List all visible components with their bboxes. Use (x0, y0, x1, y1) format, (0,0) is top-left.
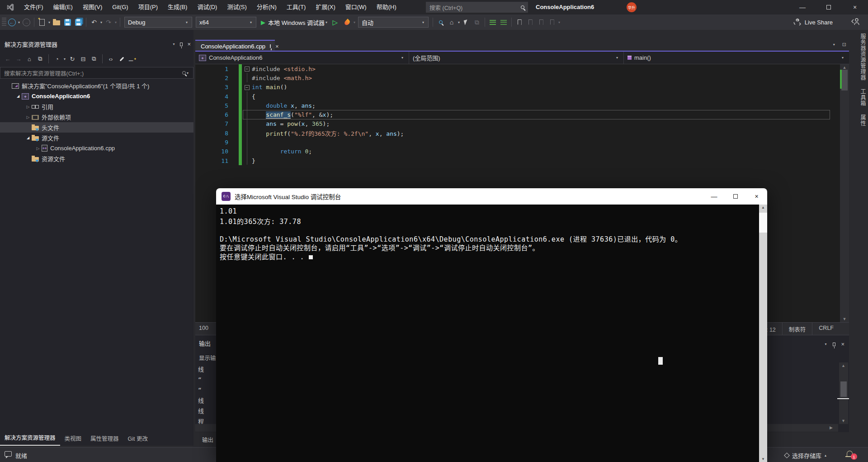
menu-item-p[interactable]: 项目(P) (133, 4, 163, 10)
tree-item[interactable]: 解决方案"ConsoleApplication6"(1 个项目/共 1 个) (0, 81, 193, 91)
share-person-icon[interactable] (851, 18, 860, 26)
se-home-icon[interactable]: ⌂ (24, 54, 34, 64)
uncomment-lines-icon[interactable] (498, 17, 509, 28)
line-ending-indicator[interactable]: CRLF (812, 323, 840, 335)
output-scroll-down-icon[interactable]: ▼ (841, 419, 845, 423)
tab-Git 更改[interactable]: Git 更改 (123, 432, 152, 446)
account-avatar[interactable]: 华升 (627, 2, 637, 12)
tab-类视图[interactable]: 类视图 (60, 432, 86, 446)
panel-close-icon[interactable]: × (187, 41, 191, 48)
editor-zoom-level[interactable]: 100 (199, 325, 208, 331)
solution-explorer-search-box[interactable]: 搜索解决方案资源管理器(Ctrl+;) ▾ (0, 67, 193, 79)
document-list-dropdown-icon[interactable]: ▾ (832, 43, 836, 47)
tab-服务器资源管理器[interactable]: 服务器资源管理器 (859, 33, 867, 81)
panel-pin-icon[interactable] (180, 43, 183, 46)
fold-collapse-icon[interactable]: − (242, 66, 252, 71)
scroll-down-icon[interactable]: ▼ (840, 317, 849, 321)
project-dropdown[interactable]: + ConsoleApplication6 ▾ (195, 52, 409, 64)
output-close-icon[interactable]: × (841, 341, 844, 348)
next-bookmark-icon[interactable] (536, 17, 547, 28)
new-project-icon[interactable] (37, 17, 47, 28)
splitter-handle[interactable] (837, 398, 849, 399)
output-vertical-scrollbar[interactable]: ▲ ▼ (839, 362, 848, 424)
minimize-button[interactable]: — (789, 0, 816, 14)
console-scrollbar[interactable]: ▲ ▼ (759, 205, 767, 462)
tree-item[interactable]: ◢源文件 (0, 133, 193, 143)
comment-lines-icon[interactable] (487, 17, 498, 28)
clear-bookmarks-icon[interactable] (547, 17, 557, 28)
collapsed-arrow-icon[interactable]: ▷ (24, 115, 32, 119)
collapse-all-icon[interactable]: ⊟ (78, 54, 88, 64)
console-scroll-up-icon[interactable]: ▲ (759, 205, 767, 210)
menu-item-s[interactable]: 测试(S) (222, 4, 251, 10)
tab-close-icon[interactable]: × (275, 43, 279, 50)
expanded-arrow-icon[interactable]: ◢ (24, 136, 32, 140)
navigate-back-dropdown-icon[interactable]: ▾ (17, 20, 21, 24)
bookmark-overflow-icon[interactable]: ▾ (557, 20, 561, 24)
console-scroll-down-icon[interactable]: ▼ (759, 457, 767, 461)
navigate-back-icon[interactable]: ← (6, 17, 17, 28)
output-scroll-right-icon[interactable]: ▶ (830, 425, 833, 430)
tree-item[interactable]: ◢+ConsoleApplication6 (0, 91, 193, 101)
properties-wrench-icon[interactable] (117, 54, 127, 64)
console-title-bar[interactable]: C:\ 选择Microsoft Visual Studio 调试控制台 — × (216, 188, 767, 205)
repository-picker[interactable]: 选择存储库 ▴ (785, 451, 826, 460)
tab-解决方案资源管理器[interactable]: 解决方案资源管理器 (0, 431, 60, 446)
switch-views-icon[interactable]: ⧉ (35, 54, 45, 64)
show-all-files-icon[interactable]: ⧉ (89, 54, 99, 64)
menu-item-n[interactable]: 分析(N) (252, 4, 282, 10)
tab-pin-icon[interactable] (270, 44, 271, 48)
console-output[interactable]: 1.011.01的365次方: 37.78D:\Microsoft Visual… (216, 205, 767, 462)
output-options-dropdown-icon[interactable]: ▾ (824, 342, 827, 346)
start-debugging-dropdown-icon[interactable]: ▾ (325, 20, 328, 24)
tabs-indicator[interactable]: 制表符 (782, 323, 812, 335)
menu-item-w[interactable]: 窗口(W) (340, 4, 372, 10)
tree-item[interactable]: ▷外部依赖项 (0, 112, 193, 122)
new-project-dropdown-icon[interactable]: ▾ (47, 20, 51, 24)
find-in-files-icon[interactable] (435, 17, 446, 28)
editor-vertical-scrollbar[interactable]: ▲ ▼ (840, 64, 849, 322)
scroll-up-icon[interactable]: ▲ (840, 65, 849, 70)
tree-item[interactable]: 资源文件 (0, 153, 193, 164)
redo-dropdown-icon[interactable]: ▾ (114, 20, 118, 24)
start-without-debugging-icon[interactable]: ▶ (331, 17, 342, 28)
hot-reload-mode-dropdown[interactable]: 自动▾ (358, 17, 429, 28)
menu-item-t[interactable]: 工具(T) (282, 4, 311, 10)
toolbar-grip[interactable] (2, 18, 6, 27)
start-debugging-button[interactable]: ▶ 本地 Windows 调试器 ▾ (258, 18, 331, 27)
hot-reload-dropdown-icon[interactable]: ▾ (353, 20, 356, 24)
open-file-icon[interactable] (51, 17, 62, 28)
console-minimize-button[interactable]: — (703, 188, 725, 205)
se-search-dropdown-icon[interactable]: ▾ (186, 71, 189, 75)
expanded-arrow-icon[interactable]: ◢ (14, 94, 22, 98)
undo-icon[interactable]: ↶ (89, 17, 99, 28)
menu-item-b[interactable]: 生成(B) (163, 4, 192, 10)
global-search-box[interactable]: 搜索 (Ctrl+Q) (426, 2, 528, 13)
bookmark-icon[interactable] (514, 17, 525, 28)
hot-reload-icon[interactable] (342, 17, 353, 28)
se-forward-icon[interactable]: → (14, 54, 24, 64)
menu-item-v[interactable]: 视图(V) (78, 4, 107, 10)
se-back-icon[interactable]: ← (3, 54, 13, 64)
preview-selected-items-icon[interactable]: ⚊✦ (127, 54, 137, 64)
redo-icon[interactable]: ↷ (103, 17, 114, 28)
restore-button[interactable] (816, 0, 842, 14)
tab-output[interactable]: 输出 (202, 435, 213, 444)
navigate-forward-icon[interactable]: → (21, 17, 32, 28)
pending-changes-filter-icon[interactable]: ◔ (52, 54, 62, 64)
menu-item-e[interactable]: 编辑(E) (48, 4, 78, 10)
tree-item[interactable]: ▷引用 (0, 101, 193, 112)
view-code-icon[interactable]: ‹› (106, 54, 116, 64)
tab-属性[interactable]: 属性 (859, 114, 867, 126)
scope-dropdown[interactable]: (全局范围) ▾ (409, 52, 624, 64)
console-scrollbar-thumb[interactable] (759, 213, 767, 233)
menu-item-f[interactable]: 文件(F) (19, 4, 48, 10)
collapsed-arrow-icon[interactable]: ▷ (34, 146, 42, 151)
tree-item[interactable]: 头文件 (0, 122, 193, 133)
live-share-button[interactable]: Live Share (793, 14, 833, 30)
output-scrollbar-thumb[interactable] (840, 381, 847, 397)
scrollbar-thumb[interactable] (841, 70, 848, 90)
solution-platform-dropdown[interactable]: x64▾ (196, 17, 256, 28)
paste-icon[interactable]: ⧉ (472, 17, 482, 28)
editor-options-icon[interactable]: ⊡ (842, 42, 846, 48)
